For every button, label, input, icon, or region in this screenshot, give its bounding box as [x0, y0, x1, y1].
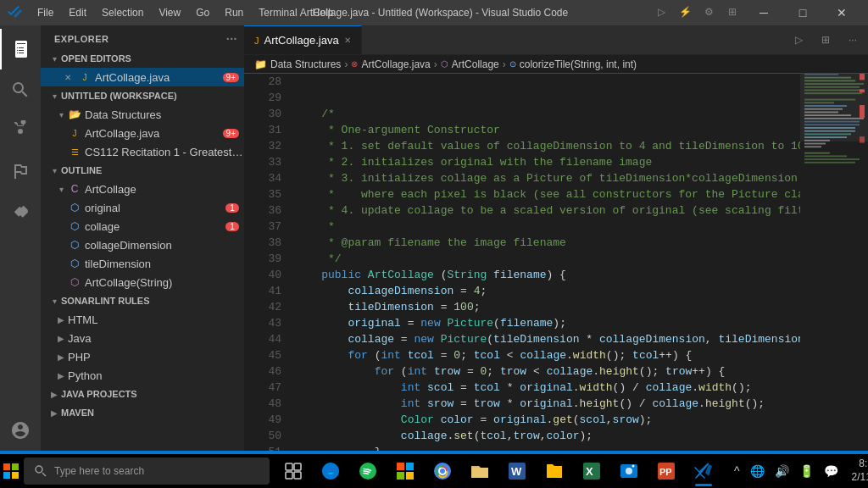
run-file-button[interactable]: ▷	[787, 28, 810, 52]
run-button[interactable]: ▷	[649, 0, 673, 24]
taskbar-explorer[interactable]	[461, 454, 498, 488]
outline-original-label: original	[85, 202, 225, 214]
menu-terminal[interactable]: Terminal	[252, 5, 303, 20]
sonar-html[interactable]: ▶ HTML	[41, 310, 244, 329]
svg-text:X: X	[586, 465, 593, 478]
sonar-java-label: Java	[68, 332, 244, 345]
breadcrumb-method-icon: ⊙	[509, 59, 516, 69]
sonar-python[interactable]: ▶ Python	[41, 366, 244, 385]
taskbar-files[interactable]	[536, 454, 573, 488]
outline-constructor[interactable]: ⬡ ArtCollage(String)	[41, 273, 244, 291]
explorer-more[interactable]: ···	[226, 32, 237, 46]
maximize-button[interactable]: □	[783, 0, 822, 25]
menu-run[interactable]: Run	[218, 5, 250, 20]
taskbar-photos[interactable]	[610, 454, 648, 488]
sonar-header[interactable]: ▾ SONARLINT RULES	[41, 291, 244, 310]
taskbar-task-view[interactable]	[275, 454, 312, 488]
tray-battery[interactable]: 🔋	[796, 461, 817, 481]
window-title: ArtCollage.java - Untitled (Workspace) -…	[300, 7, 568, 19]
activity-scm[interactable]	[0, 110, 41, 151]
open-editor-label: ArtCollage.java	[95, 71, 223, 84]
minimap-content	[800, 74, 868, 451]
workspace-chevron: ▾	[47, 89, 61, 103]
breadcrumb-class[interactable]: ⬡ ArtCollage	[441, 58, 499, 70]
app-logo	[7, 4, 24, 21]
tray-chevron[interactable]: ^	[731, 461, 743, 481]
open-editors-header[interactable]: ▾ OPEN EDITORS	[41, 49, 244, 68]
settings-button[interactable]: ⚙	[697, 0, 721, 24]
outline-tiledim[interactable]: ⬡ tileDimension	[41, 254, 244, 273]
code-editor[interactable]: 28 29 30 31 32 33 34 35 36 37 38 39 40 4…	[244, 74, 868, 451]
tab-artcollage[interactable]: J ArtCollage.java ✕	[244, 25, 362, 54]
taskbar-search[interactable]: Type here to search	[24, 458, 270, 485]
menu-go[interactable]: Go	[189, 5, 216, 20]
taskbar-chrome[interactable]	[424, 454, 461, 488]
sonar-java[interactable]: ▶ Java	[41, 329, 244, 347]
menu-edit[interactable]: Edit	[62, 5, 93, 20]
outline-header[interactable]: ▾ OUTLINE	[41, 161, 244, 180]
outline-collage-label: collage	[85, 220, 225, 233]
activity-search[interactable]	[0, 69, 41, 110]
split-editor-button[interactable]: ⊞	[814, 28, 837, 52]
field-icon-2: ⬡	[68, 219, 81, 233]
close-button[interactable]: ✕	[822, 0, 861, 25]
menu-view[interactable]: View	[152, 5, 187, 20]
taskbar-edge[interactable]	[312, 454, 349, 488]
tray-sound[interactable]: 🔊	[771, 461, 793, 481]
tab-close[interactable]: ✕	[344, 36, 351, 45]
minimize-button[interactable]: ─	[744, 0, 783, 25]
outline-collagedim[interactable]: ⬡ collageDimension	[41, 236, 244, 254]
sonar-php[interactable]: ▶ PHP	[41, 347, 244, 366]
tray-notification[interactable]: 💬	[821, 461, 842, 481]
folder-data-structures[interactable]: ▾ 📂 Data Structures	[41, 105, 244, 124]
layout-button[interactable]: ⊞	[721, 0, 744, 24]
outline-artcollage[interactable]: ▾ C ArtCollage	[41, 180, 244, 198]
workspace-header[interactable]: ▾ UNTITLED (WORKSPACE)	[41, 86, 244, 105]
outline-original[interactable]: ⬡ original 1	[41, 198, 244, 217]
sonar-php-label: PHP	[68, 351, 244, 363]
taskbar-vscode[interactable]	[685, 454, 722, 488]
java-projects-chevron: ▶	[47, 387, 61, 401]
maven-header[interactable]: ▶ MAVEN	[41, 403, 244, 422]
outline-collage[interactable]: ⬡ collage 1	[41, 217, 244, 236]
activity-accounts[interactable]	[0, 410, 41, 451]
activity-explorer[interactable]	[0, 29, 41, 69]
taskbar-spotify[interactable]	[349, 454, 387, 488]
python-chevron: ▶	[54, 369, 68, 382]
taskbar-excel[interactable]: X	[573, 454, 610, 488]
activity-bar	[0, 25, 41, 451]
collage-badge: 1	[225, 222, 239, 231]
svg-rect-27	[804, 162, 855, 164]
menu-selection[interactable]: Selection	[95, 5, 150, 20]
svg-rect-26	[804, 158, 860, 160]
class-icon: C	[68, 182, 81, 196]
tab-bar: J ArtCollage.java ✕ ▷ ⊞ ···	[244, 25, 868, 55]
taskbar-word[interactable]: W	[498, 454, 536, 488]
code-content[interactable]: /* * One-argument Constructor * 1. set d…	[288, 74, 800, 451]
open-editor-artcollage[interactable]: ✕ J ArtCollage.java 9+	[41, 68, 244, 86]
remote-button[interactable]: ⚡	[673, 0, 697, 24]
start-button[interactable]	[3, 454, 19, 488]
taskbar-ppt[interactable]: PP	[648, 454, 685, 488]
breadcrumb-method[interactable]: ⊙ colorizeTile(String, int, int)	[509, 58, 637, 70]
activity-run[interactable]	[0, 151, 41, 191]
taskbar-apps: W X PP	[275, 454, 722, 488]
file-artcollage[interactable]: J ArtCollage.java 9+	[41, 124, 244, 142]
file-cs112[interactable]: ☰ CS112 Recitation 1 - Greatest Hits o..…	[41, 142, 244, 161]
close-icon[interactable]: ✕	[61, 70, 75, 84]
search-input[interactable]: Type here to search	[54, 465, 144, 477]
svg-point-49	[440, 469, 445, 474]
activity-extensions[interactable]	[0, 191, 41, 232]
taskbar-clock[interactable]: 8:56 PM 2/11/2021	[845, 454, 868, 487]
minimap[interactable]	[800, 74, 868, 451]
breadcrumb-file[interactable]: ⊗ ArtCollage.java	[351, 58, 430, 70]
taskbar-store[interactable]	[387, 454, 424, 488]
java-projects-header[interactable]: ▶ JAVA PROJECTS	[41, 385, 244, 403]
svg-rect-24	[804, 152, 830, 154]
folder-chevron: ▾	[54, 108, 68, 121]
tray-network[interactable]: 🌐	[747, 461, 768, 481]
menu-file[interactable]: File	[31, 5, 60, 20]
more-actions-button[interactable]: ···	[841, 28, 865, 52]
breadcrumb-data-structures[interactable]: 📁 Data Structures	[254, 58, 341, 70]
java-projects-label: JAVA PROJECTS	[61, 389, 244, 399]
